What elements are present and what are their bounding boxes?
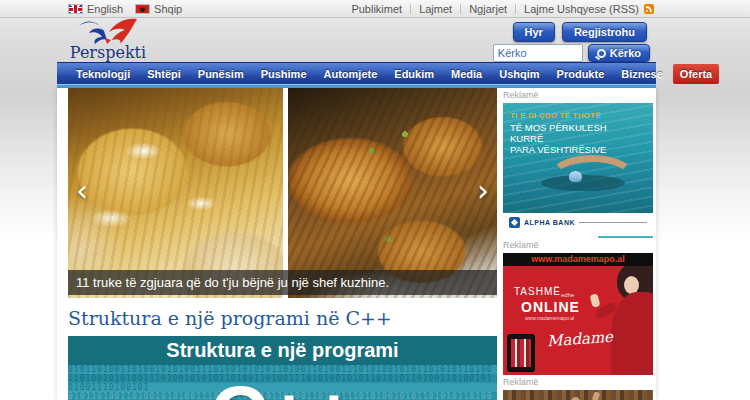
top-utility-bar: English Shqip Publikimet Lajmet Ngjarjet… — [0, 0, 750, 18]
nav-item-pushime[interactable]: Pushime — [254, 64, 314, 84]
article-title-link[interactable]: Struktura e një programi në C++ — [68, 307, 497, 329]
madame-edhe-text: edhe — [561, 292, 574, 298]
alpha-bank-headline: TI E DI ÇDO TË THOTË — [510, 111, 601, 120]
nav-item-punesim[interactable]: Punësim — [191, 64, 251, 84]
search-button-label: Kërko — [610, 47, 641, 59]
slider-caption[interactable]: 11 truke të zgjuara që do t'ju bëjnë ju … — [68, 270, 497, 295]
separator — [460, 4, 461, 14]
slide-potatoes-2[interactable] — [288, 88, 497, 298]
nav-bar: Teknologji Shtëpi Punësim Pushime Automj… — [57, 62, 656, 84]
alpha-bank-brand-strip: ALPHA BANK — [503, 213, 653, 231]
swimmer-arm — [547, 155, 637, 203]
nav-item-shtepi[interactable]: Shtëpi — [140, 64, 188, 84]
nav-item-produkte[interactable]: Produkte — [550, 64, 612, 84]
alpha-bank-subline-2: PARA VËSHTIRËSIVE — [510, 144, 640, 155]
slide-potatoes-1[interactable] — [68, 88, 283, 298]
rss-icon[interactable] — [644, 4, 654, 14]
alpha-bank-subline: TË MOS PËRKULESH KURRË PARA VËSHTIRËSIVE — [510, 122, 640, 155]
nav-item-ushqim[interactable]: Ushqim — [492, 64, 546, 84]
slider-next-arrow[interactable]: › — [477, 176, 489, 206]
uk-flag-icon — [68, 4, 83, 14]
content-area: ‹ › 11 truke të zgjuara që do t'ju bëjnë… — [57, 88, 656, 400]
alpha-bank-ad-image: TI E DI ÇDO TË THOTË TË MOS PËRKULESH KU… — [503, 103, 653, 213]
auth-buttons: Hyr Regjistrohu — [513, 22, 647, 42]
madame-tashme-text: TASHMË — [514, 286, 561, 297]
site-logo[interactable]: Perspekti — [68, 18, 148, 60]
ad-label: Reklamë — [503, 377, 653, 387]
toplink-ngjarjet[interactable]: Ngjarjet — [469, 3, 507, 15]
madame-tablet-image — [507, 334, 535, 372]
toplink-lajme-ushqyese-rss[interactable]: Lajme Ushqyese (RSS) — [524, 3, 639, 15]
language-label: English — [87, 3, 123, 15]
toplink-publikimet[interactable]: Publikimet — [351, 3, 402, 15]
search-input[interactable] — [493, 44, 583, 62]
logo-text: Perspekti — [68, 46, 148, 60]
nav-item-edukim[interactable]: Edukim — [387, 64, 441, 84]
separator — [410, 4, 411, 14]
albania-flag-icon — [135, 4, 150, 14]
banner-big-text: C++ — [68, 369, 497, 400]
madame-brand-script: Madame — [546, 328, 613, 351]
featured-slider: ‹ › 11 truke të zgjuara që do t'ju bëjnë… — [68, 88, 497, 298]
search-button[interactable]: Kërko — [588, 44, 650, 62]
register-button[interactable]: Regjistrohu — [562, 22, 647, 42]
eagle-logo-icon — [77, 18, 139, 46]
magnifier-icon — [597, 49, 606, 58]
alpha-bank-logo-icon — [509, 217, 520, 228]
alpha-bank-subline-1: TË MOS PËRKULESH KURRË — [510, 122, 640, 144]
sidebar-ads: Reklamë TI E DI ÇDO TË THOTË TË MOS PËRK… — [503, 88, 653, 400]
slider-prev-arrow[interactable]: ‹ — [76, 176, 88, 206]
main-column: ‹ › 11 truke të zgjuara që do t'ju bëjnë… — [68, 88, 497, 400]
language-switch-shqip[interactable]: Shqip — [135, 3, 182, 15]
ad-alpha-bank[interactable]: TI E DI ÇDO TË THOTË TË MOS PËRKULESH KU… — [503, 103, 653, 231]
forest-person-hand — [592, 391, 600, 400]
ad-madame-mapo[interactable]: www.madamemapo.al TASHMË edhe ONLINE www… — [503, 253, 653, 375]
banner-body: 0101101001101001010100111010010101011010… — [68, 365, 497, 400]
banner-header-text: Struktura e një programi — [68, 336, 497, 365]
article-banner-image[interactable]: Struktura e një programi 010110100110100… — [68, 336, 497, 400]
swimmer-cap — [569, 171, 582, 182]
ad-label: Reklamë — [503, 240, 653, 250]
ad-label: Reklamë — [503, 90, 653, 100]
language-label: Shqip — [154, 3, 182, 15]
madame-thumbs-up — [589, 293, 600, 308]
main-navigation: Teknologji Shtëpi Punësim Pushime Automj… — [57, 62, 656, 88]
site-header: Perspekti Hyr Regjistrohu Kërko — [0, 19, 750, 62]
sidebar-divider — [598, 236, 653, 238]
nav-item-teknologji[interactable]: Teknologji — [69, 64, 137, 84]
madame-online-text: ONLINE — [521, 299, 580, 315]
language-switch-english[interactable]: English — [68, 3, 123, 15]
madame-small-url: www.madamemapo.al — [525, 315, 574, 321]
toplink-lajmet[interactable]: Lajmet — [419, 3, 452, 15]
nav-item-oferta[interactable]: Oferta — [673, 64, 719, 84]
madame-top-url: www.madamemapo.al — [503, 253, 653, 266]
alpha-bank-rule — [579, 222, 647, 223]
page: English Shqip Publikimet Lajmet Ngjarjet… — [0, 0, 750, 400]
alpha-bank-brand-text: ALPHA BANK — [524, 219, 575, 226]
nav-item-media[interactable]: Media — [444, 64, 489, 84]
search-bar: Kërko — [493, 44, 650, 62]
madame-model-dress — [611, 292, 653, 375]
nav-item-biznese[interactable]: Biznese — [614, 64, 670, 84]
madame-ad-image: TASHMË edhe ONLINE www.madamemapo.al Mad… — [503, 266, 653, 375]
ad-forest[interactable] — [503, 390, 653, 400]
login-button[interactable]: Hyr — [513, 22, 555, 42]
separator — [515, 4, 516, 14]
nav-item-automjete[interactable]: Automjete — [317, 64, 385, 84]
